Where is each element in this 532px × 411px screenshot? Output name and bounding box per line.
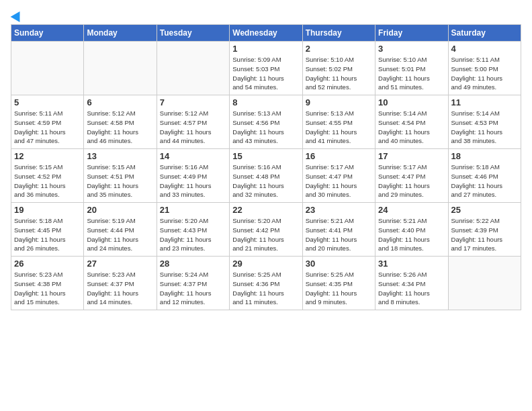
day-info: Sunrise: 5:13 AM Sunset: 4:55 PM Dayligh… <box>306 109 372 146</box>
day-number: 20 <box>87 205 153 215</box>
page-header <box>11 11 521 19</box>
day-info: Sunrise: 5:21 AM Sunset: 4:40 PM Dayligh… <box>378 216 445 253</box>
calendar-day-cell: 30Sunrise: 5:25 AM Sunset: 4:35 PM Dayli… <box>302 257 375 310</box>
calendar-day-cell: 27Sunrise: 5:23 AM Sunset: 4:37 PM Dayli… <box>84 257 157 310</box>
day-number: 27 <box>87 259 153 269</box>
day-number: 14 <box>160 151 226 161</box>
day-info: Sunrise: 5:10 AM Sunset: 5:01 PM Dayligh… <box>378 55 445 92</box>
calendar-day-cell: 4Sunrise: 5:11 AM Sunset: 5:00 PM Daylig… <box>448 42 521 95</box>
calendar-day-cell: 13Sunrise: 5:15 AM Sunset: 4:51 PM Dayli… <box>84 149 157 203</box>
day-info: Sunrise: 5:11 AM Sunset: 4:59 PM Dayligh… <box>14 109 81 146</box>
calendar-day-cell: 25Sunrise: 5:22 AM Sunset: 4:39 PM Dayli… <box>448 203 521 257</box>
calendar-day-cell: 9Sunrise: 5:13 AM Sunset: 4:55 PM Daylig… <box>302 95 375 149</box>
calendar-body: 1Sunrise: 5:09 AM Sunset: 5:03 PM Daylig… <box>11 42 521 310</box>
day-info: Sunrise: 5:13 AM Sunset: 4:56 PM Dayligh… <box>232 109 299 146</box>
day-number: 7 <box>160 97 226 107</box>
calendar-week-row: 5Sunrise: 5:11 AM Sunset: 4:59 PM Daylig… <box>11 95 521 149</box>
day-info: Sunrise: 5:16 AM Sunset: 4:49 PM Dayligh… <box>160 163 226 199</box>
calendar-week-row: 26Sunrise: 5:23 AM Sunset: 4:38 PM Dayli… <box>11 257 521 310</box>
day-number: 12 <box>14 151 81 161</box>
day-info: Sunrise: 5:16 AM Sunset: 4:48 PM Dayligh… <box>232 163 299 199</box>
calendar-day-cell: 3Sunrise: 5:10 AM Sunset: 5:01 PM Daylig… <box>375 42 448 95</box>
calendar-day-cell: 10Sunrise: 5:14 AM Sunset: 4:54 PM Dayli… <box>375 95 448 149</box>
calendar-day-cell: 20Sunrise: 5:19 AM Sunset: 4:44 PM Dayli… <box>84 203 157 257</box>
calendar-day-cell: 23Sunrise: 5:21 AM Sunset: 4:41 PM Dayli… <box>302 203 375 257</box>
day-number: 25 <box>451 205 518 215</box>
day-number: 3 <box>378 44 445 54</box>
day-number: 18 <box>451 151 518 161</box>
calendar-day-cell: 22Sunrise: 5:20 AM Sunset: 4:42 PM Dayli… <box>230 203 302 257</box>
day-number: 21 <box>160 205 226 215</box>
day-number: 10 <box>378 97 445 107</box>
day-number: 31 <box>378 259 445 269</box>
calendar-day-cell: 14Sunrise: 5:16 AM Sunset: 4:49 PM Dayli… <box>157 149 229 203</box>
day-info: Sunrise: 5:11 AM Sunset: 5:00 PM Dayligh… <box>451 55 518 92</box>
calendar-day-header: Friday <box>375 25 448 42</box>
day-number: 30 <box>306 259 372 269</box>
day-number: 28 <box>160 259 226 269</box>
calendar-day-cell: 12Sunrise: 5:15 AM Sunset: 4:52 PM Dayli… <box>11 149 84 203</box>
day-number: 8 <box>232 97 299 107</box>
calendar-day-cell: 15Sunrise: 5:16 AM Sunset: 4:48 PM Dayli… <box>230 149 302 203</box>
calendar-day-cell: 18Sunrise: 5:18 AM Sunset: 4:46 PM Dayli… <box>448 149 521 203</box>
day-info: Sunrise: 5:25 AM Sunset: 4:36 PM Dayligh… <box>232 270 299 307</box>
day-info: Sunrise: 5:22 AM Sunset: 4:39 PM Dayligh… <box>451 216 518 253</box>
calendar-day-cell: 19Sunrise: 5:18 AM Sunset: 4:45 PM Dayli… <box>11 203 84 257</box>
calendar-day-header: Thursday <box>302 25 375 42</box>
calendar-week-row: 19Sunrise: 5:18 AM Sunset: 4:45 PM Dayli… <box>11 203 521 257</box>
calendar-day-cell: 7Sunrise: 5:12 AM Sunset: 4:57 PM Daylig… <box>157 95 229 149</box>
calendar-week-row: 1Sunrise: 5:09 AM Sunset: 5:03 PM Daylig… <box>11 42 521 95</box>
calendar-day-cell: 31Sunrise: 5:26 AM Sunset: 4:34 PM Dayli… <box>375 257 448 310</box>
calendar-day-cell <box>448 257 521 310</box>
day-info: Sunrise: 5:18 AM Sunset: 4:46 PM Dayligh… <box>451 163 518 199</box>
day-info: Sunrise: 5:10 AM Sunset: 5:02 PM Dayligh… <box>306 55 372 92</box>
calendar-day-cell: 24Sunrise: 5:21 AM Sunset: 4:40 PM Dayli… <box>375 203 448 257</box>
day-info: Sunrise: 5:12 AM Sunset: 4:57 PM Dayligh… <box>160 109 226 146</box>
calendar-day-cell: 29Sunrise: 5:25 AM Sunset: 4:36 PM Dayli… <box>230 257 302 310</box>
day-number: 2 <box>306 44 372 54</box>
day-info: Sunrise: 5:17 AM Sunset: 4:47 PM Dayligh… <box>378 163 445 199</box>
day-number: 23 <box>306 205 372 215</box>
calendar-day-cell: 17Sunrise: 5:17 AM Sunset: 4:47 PM Dayli… <box>375 149 448 203</box>
day-number: 13 <box>87 151 153 161</box>
day-info: Sunrise: 5:25 AM Sunset: 4:35 PM Dayligh… <box>306 270 372 307</box>
day-number: 4 <box>451 44 518 54</box>
day-info: Sunrise: 5:14 AM Sunset: 4:53 PM Dayligh… <box>451 109 518 146</box>
calendar-header-row: SundayMondayTuesdayWednesdayThursdayFrid… <box>11 25 521 42</box>
day-info: Sunrise: 5:17 AM Sunset: 4:47 PM Dayligh… <box>306 163 372 199</box>
calendar-day-cell: 5Sunrise: 5:11 AM Sunset: 4:59 PM Daylig… <box>11 95 84 149</box>
logo <box>11 11 23 19</box>
day-number: 15 <box>232 151 299 161</box>
calendar-day-cell: 1Sunrise: 5:09 AM Sunset: 5:03 PM Daylig… <box>230 42 302 95</box>
day-info: Sunrise: 5:15 AM Sunset: 4:51 PM Dayligh… <box>87 163 153 199</box>
day-info: Sunrise: 5:26 AM Sunset: 4:34 PM Dayligh… <box>378 270 445 307</box>
calendar-day-cell <box>84 42 157 95</box>
day-info: Sunrise: 5:23 AM Sunset: 4:37 PM Dayligh… <box>87 270 153 307</box>
calendar-day-cell: 26Sunrise: 5:23 AM Sunset: 4:38 PM Dayli… <box>11 257 84 310</box>
calendar-day-cell: 21Sunrise: 5:20 AM Sunset: 4:43 PM Dayli… <box>157 203 229 257</box>
calendar-day-header: Tuesday <box>157 25 229 42</box>
day-info: Sunrise: 5:18 AM Sunset: 4:45 PM Dayligh… <box>14 216 81 253</box>
day-number: 22 <box>232 205 299 215</box>
calendar-day-header: Saturday <box>448 25 521 42</box>
day-info: Sunrise: 5:20 AM Sunset: 4:42 PM Dayligh… <box>232 216 299 253</box>
day-number: 19 <box>14 205 81 215</box>
day-info: Sunrise: 5:24 AM Sunset: 4:37 PM Dayligh… <box>160 270 226 307</box>
day-number: 29 <box>232 259 299 269</box>
calendar-day-header: Monday <box>84 25 157 42</box>
day-info: Sunrise: 5:09 AM Sunset: 5:03 PM Dayligh… <box>232 55 299 92</box>
calendar-week-row: 12Sunrise: 5:15 AM Sunset: 4:52 PM Dayli… <box>11 149 521 203</box>
day-info: Sunrise: 5:14 AM Sunset: 4:54 PM Dayligh… <box>378 109 445 146</box>
calendar-day-cell: 11Sunrise: 5:14 AM Sunset: 4:53 PM Dayli… <box>448 95 521 149</box>
day-info: Sunrise: 5:23 AM Sunset: 4:38 PM Dayligh… <box>14 270 81 307</box>
day-info: Sunrise: 5:19 AM Sunset: 4:44 PM Dayligh… <box>87 216 153 253</box>
day-number: 16 <box>306 151 372 161</box>
day-info: Sunrise: 5:21 AM Sunset: 4:41 PM Dayligh… <box>306 216 372 253</box>
day-number: 5 <box>14 97 81 107</box>
calendar-table: SundayMondayTuesdayWednesdayThursdayFrid… <box>11 24 521 310</box>
calendar-day-cell: 28Sunrise: 5:24 AM Sunset: 4:37 PM Dayli… <box>157 257 229 310</box>
day-info: Sunrise: 5:15 AM Sunset: 4:52 PM Dayligh… <box>14 163 81 199</box>
day-number: 24 <box>378 205 445 215</box>
day-info: Sunrise: 5:12 AM Sunset: 4:58 PM Dayligh… <box>87 109 153 146</box>
day-number: 1 <box>232 44 299 54</box>
